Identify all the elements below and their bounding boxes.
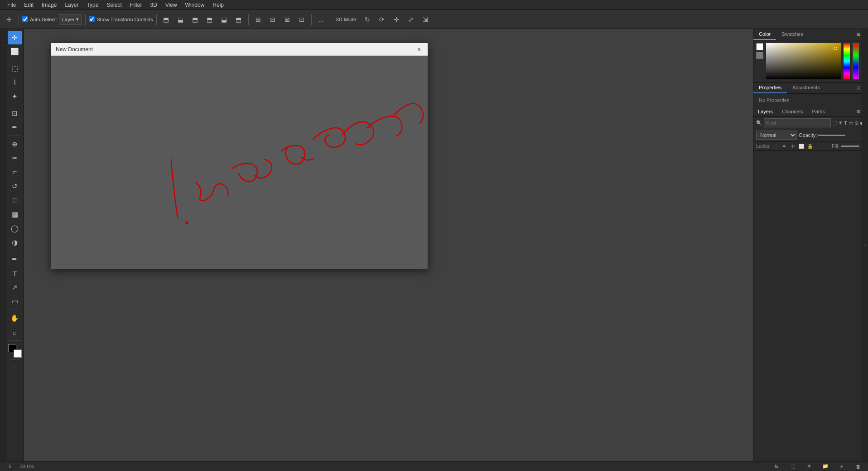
- left-collapse-strip[interactable]: ‹: [0, 29, 6, 461]
- menu-filter[interactable]: Filter: [126, 1, 146, 9]
- artboard-tool[interactable]: ⬜: [8, 45, 22, 58]
- brush-tool[interactable]: ✏: [8, 151, 22, 165]
- color-gradient-container[interactable]: [766, 43, 841, 79]
- layers-filter-adjustment-btn[interactable]: ☀: [838, 118, 843, 127]
- marquee-tool[interactable]: ⬚: [8, 62, 22, 75]
- dialog-close-btn[interactable]: ×: [415, 45, 423, 53]
- lock-artboard-btn[interactable]: ⬜: [798, 142, 805, 150]
- layers-filter-pixel-btn[interactable]: ⬚: [832, 118, 837, 127]
- 3d-roll-btn[interactable]: ⟳: [376, 13, 388, 26]
- align-middle-btn[interactable]: ⬓: [218, 13, 231, 26]
- menu-type[interactable]: Type: [83, 1, 102, 9]
- crop-tool[interactable]: ⊡: [8, 107, 22, 120]
- adjustments-tab[interactable]: Adjustments: [787, 83, 825, 93]
- layers-filter-type-btn[interactable]: T: [844, 118, 847, 127]
- right-edge-collapse[interactable]: ›: [862, 29, 868, 461]
- blur-tool[interactable]: ◯: [8, 222, 22, 235]
- eyedropper-tool[interactable]: ✒: [8, 121, 22, 134]
- layer-dropdown[interactable]: Layer ▾: [59, 14, 82, 25]
- menu-layer[interactable]: Layer: [61, 1, 82, 9]
- status-adjust-btn[interactable]: ☀: [803, 460, 815, 471]
- gradient-tool[interactable]: ▦: [8, 208, 22, 221]
- bg-swatch[interactable]: [756, 52, 763, 59]
- healing-brush-tool[interactable]: ⊕: [8, 137, 22, 151]
- lock-all-btn[interactable]: 🔒: [806, 142, 814, 150]
- distribute-center-btn[interactable]: ⊟: [266, 13, 279, 26]
- menu-image[interactable]: Image: [38, 1, 60, 9]
- menu-help[interactable]: Help: [209, 1, 227, 9]
- distribute-v-btn[interactable]: ⊡: [295, 13, 308, 26]
- layers-panel-menu-btn[interactable]: ≡: [855, 107, 862, 117]
- 3d-rotate-btn[interactable]: ↻: [361, 13, 374, 26]
- menu-select[interactable]: Select: [103, 1, 125, 9]
- path-select-tool[interactable]: ↗: [8, 281, 22, 294]
- fg-bg-colors[interactable]: [8, 344, 22, 358]
- 3d-pan-btn[interactable]: ✛: [390, 13, 403, 26]
- color-panel-menu-btn[interactable]: ≡: [855, 29, 862, 40]
- quick-select-tool[interactable]: ✦: [8, 90, 22, 103]
- layers-list[interactable]: [753, 151, 862, 461]
- menu-window[interactable]: Window: [182, 1, 208, 9]
- pen-tool[interactable]: ✒: [8, 252, 22, 266]
- status-fx-btn[interactable]: fx: [770, 460, 783, 471]
- lasso-tool[interactable]: ⌇: [8, 76, 22, 89]
- text-tool[interactable]: T: [8, 267, 22, 280]
- status-info-btn[interactable]: ℹ: [4, 460, 16, 471]
- align-right-btn[interactable]: ⬒: [189, 13, 202, 26]
- menu-file[interactable]: File: [4, 1, 19, 9]
- status-group-btn[interactable]: 📁: [819, 460, 832, 471]
- auto-select-checkbox[interactable]: [22, 16, 28, 22]
- background-color[interactable]: [14, 350, 22, 358]
- distribute-left-btn[interactable]: ⊞: [252, 13, 265, 26]
- align-left-btn[interactable]: ⬒: [160, 13, 173, 26]
- layers-tab[interactable]: Layers: [753, 107, 777, 117]
- 3d-slide-btn[interactable]: ⤢: [405, 13, 417, 26]
- auto-select-label[interactable]: Auto-Select:: [22, 16, 57, 22]
- menu-view[interactable]: View: [162, 1, 181, 9]
- distribute-right-btn[interactable]: ⊠: [281, 13, 294, 26]
- saturation-bar[interactable]: [853, 43, 859, 79]
- align-bottom-btn[interactable]: ⬒: [232, 13, 245, 26]
- layers-filter-shape-btn[interactable]: ▭: [849, 118, 853, 127]
- color-gradient[interactable]: [766, 43, 841, 79]
- fill-slider[interactable]: [841, 146, 859, 147]
- hue-bar[interactable]: [844, 43, 850, 79]
- align-center-h-btn[interactable]: ⬓: [174, 13, 187, 26]
- layers-filter-smart-btn[interactable]: ⊙: [854, 118, 858, 127]
- paths-tab[interactable]: Paths: [808, 107, 829, 117]
- properties-tab[interactable]: Properties: [753, 83, 787, 93]
- dialog-content[interactable]: [51, 56, 428, 269]
- menu-edit[interactable]: Edit: [20, 1, 37, 9]
- layers-kind-search[interactable]: [764, 118, 831, 127]
- show-transform-label[interactable]: Show Transform Controls: [89, 16, 153, 22]
- clone-stamp-tool[interactable]: ✃: [8, 165, 22, 179]
- opacity-slider[interactable]: [818, 135, 845, 136]
- layers-blend-mode[interactable]: Normal: [756, 131, 797, 140]
- color-tab[interactable]: Color: [753, 29, 776, 40]
- status-layer-mask-btn[interactable]: ⬚: [786, 460, 799, 471]
- canvas-area[interactable]: New Document ×: [24, 29, 753, 461]
- align-top-btn[interactable]: ⬒: [203, 13, 216, 26]
- eraser-tool[interactable]: ◻: [8, 194, 22, 207]
- lock-transparent-btn[interactable]: ⬚: [772, 142, 779, 150]
- status-new-layer-btn[interactable]: +: [835, 460, 848, 471]
- swatches-tab[interactable]: Swatches: [776, 29, 809, 40]
- lock-position-btn[interactable]: ✛: [789, 142, 796, 150]
- 3d-scale-btn[interactable]: ⇲: [419, 13, 432, 26]
- move-tool[interactable]: ✛: [8, 31, 22, 44]
- history-brush-tool[interactable]: ↺: [8, 180, 22, 193]
- more-options-btn[interactable]: ...: [315, 13, 328, 26]
- channels-tab[interactable]: Channels: [777, 107, 807, 117]
- move-tool-options[interactable]: ✛: [3, 13, 15, 26]
- more-tools-btn[interactable]: ···: [8, 361, 22, 374]
- status-delete-layer-btn[interactable]: 🗑: [852, 460, 864, 471]
- hand-tool[interactable]: ✋: [8, 311, 22, 325]
- shape-tool[interactable]: ▭: [8, 295, 22, 308]
- show-transform-checkbox[interactable]: [89, 16, 95, 22]
- zoom-tool[interactable]: ⌕: [8, 325, 22, 339]
- menu-3d[interactable]: 3D: [146, 1, 160, 9]
- dodge-tool[interactable]: ◑: [8, 236, 22, 249]
- lock-image-btn[interactable]: ✒: [781, 142, 788, 150]
- fg-swatch[interactable]: [756, 43, 763, 50]
- properties-panel-menu-btn[interactable]: ≡: [855, 83, 862, 93]
